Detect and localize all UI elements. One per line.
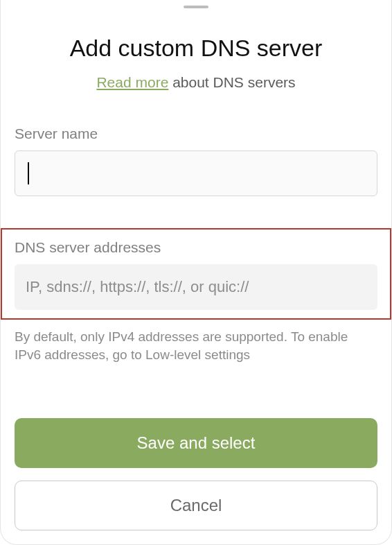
helper-text: By default, only IPv4 addresses are supp… bbox=[15, 328, 377, 363]
server-name-field: Server name bbox=[15, 91, 377, 196]
server-name-input[interactable] bbox=[15, 150, 377, 196]
dns-addresses-input[interactable] bbox=[15, 264, 377, 310]
sheet-grabber[interactable] bbox=[184, 6, 208, 8]
save-and-select-button[interactable]: Save and select bbox=[15, 418, 377, 468]
read-more-link[interactable]: Read more bbox=[96, 74, 168, 90]
dns-addresses-label: DNS server addresses bbox=[15, 239, 377, 256]
cancel-button-label: Cancel bbox=[170, 496, 222, 515]
cancel-button[interactable]: Cancel bbox=[15, 481, 377, 530]
sheet-grabber-wrap bbox=[15, 0, 377, 25]
save-button-label: Save and select bbox=[137, 433, 256, 453]
text-caret-icon bbox=[28, 162, 29, 184]
button-row: Save and select Cancel bbox=[15, 418, 377, 544]
add-dns-sheet: Add custom DNS server Read more about DN… bbox=[0, 0, 392, 545]
dns-addresses-highlight: DNS server addresses bbox=[1, 228, 391, 320]
server-name-label: Server name bbox=[15, 126, 377, 142]
subtitle-rest: about DNS servers bbox=[168, 74, 295, 90]
subtitle: Read more about DNS servers bbox=[15, 74, 377, 91]
page-title: Add custom DNS server bbox=[15, 35, 377, 62]
